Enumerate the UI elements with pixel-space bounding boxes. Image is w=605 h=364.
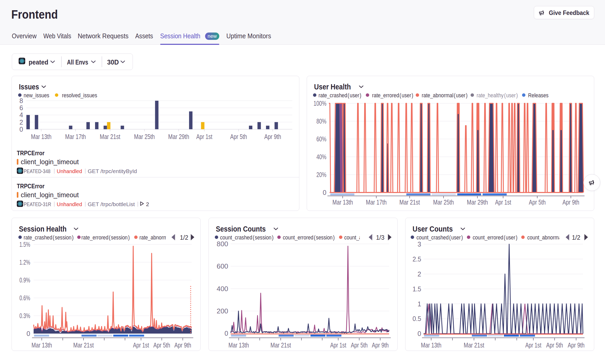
svg-text:400: 400	[217, 285, 228, 292]
svg-text:Apr 9th: Apr 9th	[562, 199, 579, 206]
svg-text:Mar 29th: Mar 29th	[168, 133, 189, 140]
svg-text:1.5: 1.5	[413, 285, 421, 293]
svg-text:Apr 5th: Apr 5th	[153, 341, 170, 349]
svg-text:Mar 21st: Mar 21st	[270, 341, 291, 349]
svg-text:60%: 60%	[316, 135, 326, 143]
svg-text:Mar 21st: Mar 21st	[464, 341, 484, 349]
svg-text:Apr 1st: Apr 1st	[495, 199, 511, 206]
svg-text:0: 0	[225, 330, 228, 337]
svg-text:80%: 80%	[316, 117, 326, 125]
svg-text:Apr 5th: Apr 5th	[230, 133, 247, 140]
svg-text:Mar 13th: Mar 13th	[421, 341, 441, 349]
svg-text:Mar 13th: Mar 13th	[228, 341, 249, 349]
svg-text:8: 8	[19, 97, 23, 104]
svg-text:Apr 1st: Apr 1st	[330, 341, 346, 349]
svg-text:Mar 17th: Mar 17th	[366, 199, 387, 206]
svg-text:800: 800	[217, 240, 228, 248]
svg-text:2: 2	[418, 270, 421, 278]
svg-text:Mar 21st: Mar 21st	[399, 199, 420, 206]
svg-text:0: 0	[418, 330, 421, 337]
svg-text:1.5%: 1.5%	[19, 241, 30, 248]
svg-text:Apr 9th: Apr 9th	[174, 341, 191, 349]
svg-text:40%: 40%	[316, 153, 326, 160]
svg-text:Apr 9th: Apr 9th	[372, 341, 389, 349]
svg-text:Mar 29th: Mar 29th	[467, 199, 488, 206]
svg-text:Mar 21st: Mar 21st	[73, 341, 94, 349]
svg-text:Apr 1st: Apr 1st	[525, 341, 541, 349]
svg-text:Mar 17th: Mar 17th	[65, 133, 86, 140]
svg-text:Apr 5th: Apr 5th	[546, 341, 563, 349]
svg-text:0.9%: 0.9%	[19, 276, 30, 284]
svg-text:600: 600	[217, 263, 228, 270]
svg-text:2.5: 2.5	[413, 255, 421, 263]
svg-text:0.3%: 0.3%	[19, 312, 30, 319]
svg-text:Apr 5th: Apr 5th	[351, 341, 368, 349]
svg-text:200: 200	[217, 307, 228, 315]
svg-text:Apr 1st: Apr 1st	[196, 133, 212, 140]
svg-text:Apr 1st: Apr 1st	[133, 341, 149, 349]
svg-text:Mar 25th: Mar 25th	[433, 199, 454, 206]
svg-text:2: 2	[19, 119, 23, 126]
svg-text:0: 0	[19, 126, 23, 133]
svg-text:4: 4	[19, 111, 23, 119]
svg-text:6: 6	[19, 104, 23, 111]
svg-text:3: 3	[418, 240, 421, 248]
svg-text:Apr 5th: Apr 5th	[529, 199, 546, 206]
svg-text:1.2%: 1.2%	[19, 259, 30, 266]
svg-text:Mar 21st: Mar 21st	[100, 133, 120, 140]
svg-text:100%: 100%	[314, 100, 326, 107]
svg-text:1: 1	[418, 300, 421, 308]
svg-text:Apr 9th: Apr 9th	[264, 133, 281, 140]
svg-text:0: 0	[323, 189, 326, 196]
svg-text:Mar 13th: Mar 13th	[332, 199, 353, 206]
svg-text:Apr 9th: Apr 9th	[568, 341, 585, 349]
svg-text:0.6%: 0.6%	[19, 294, 30, 302]
svg-text:0.5: 0.5	[413, 315, 421, 322]
svg-text:Mar 13th: Mar 13th	[32, 341, 52, 349]
svg-text:20%: 20%	[316, 171, 326, 178]
svg-text:Mar 25th: Mar 25th	[134, 133, 155, 140]
svg-text:Mar 13th: Mar 13th	[31, 133, 51, 140]
svg-text:0: 0	[27, 330, 30, 337]
